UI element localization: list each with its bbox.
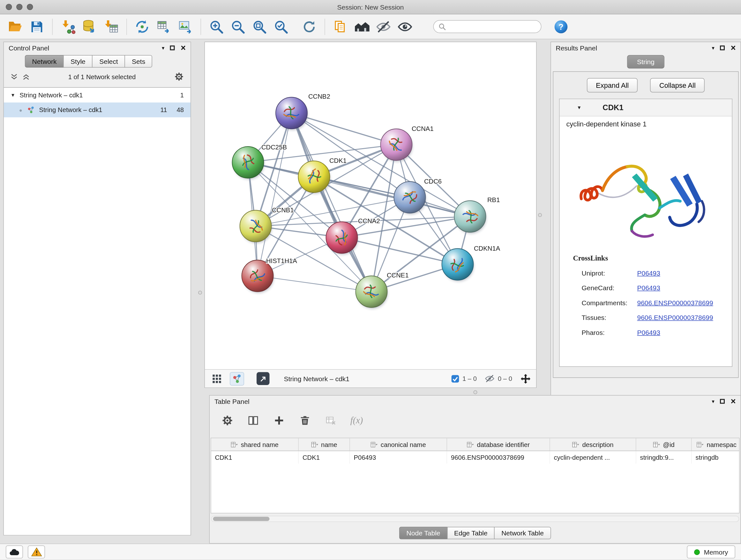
network-node-CCNB2[interactable]	[276, 98, 307, 129]
search-field[interactable]	[433, 20, 542, 33]
collapse-all-icon[interactable]	[10, 73, 18, 80]
table-cell[interactable]: stringdb:9...	[636, 451, 692, 463]
gene-section-header[interactable]: ▼ CDK1	[560, 99, 732, 117]
zoom-out-button[interactable]	[228, 17, 248, 37]
cloud-button[interactable]	[6, 546, 23, 559]
tab-sets[interactable]: Sets	[125, 55, 152, 68]
column-header--id[interactable]: @id	[636, 438, 692, 451]
eye-slash-icon[interactable]	[484, 374, 495, 383]
panel-menu-icon[interactable]: ▾	[162, 45, 164, 51]
delete-table-button[interactable]	[324, 414, 338, 428]
save-session-button[interactable]	[27, 17, 47, 37]
network-node-CDKN1A[interactable]	[442, 249, 474, 280]
tab-network[interactable]: Network	[25, 55, 64, 68]
warnings-button[interactable]	[28, 546, 45, 559]
home-view-button[interactable]	[352, 17, 372, 37]
network-node-CCNB1[interactable]	[240, 210, 272, 242]
collapse-all-button[interactable]: Collapse All	[650, 78, 705, 92]
zoom-window-icon[interactable]	[27, 4, 33, 10]
network-edge-HIST1H1A-CCNE1[interactable]	[258, 276, 372, 292]
table-cell[interactable]: CDK1	[211, 451, 299, 463]
network-node-CCNA2[interactable]	[326, 222, 358, 253]
grid-view-button[interactable]	[210, 372, 224, 385]
splitter-handle[interactable]	[198, 291, 202, 295]
tab-node-table[interactable]: Node Table	[399, 527, 448, 539]
close-panel-icon[interactable]: ×	[181, 45, 186, 51]
function-builder-button[interactable]: f(x)	[349, 414, 364, 428]
column-header-database-identifier[interactable]: database identifier	[447, 438, 550, 451]
network-edge-CCNB2-CCNE1[interactable]	[292, 113, 372, 292]
column-header-description[interactable]: description	[550, 438, 636, 451]
column-header-namespac[interactable]: namespac	[692, 438, 740, 451]
table-cell[interactable]: CDK1	[299, 451, 350, 463]
scrollbar-thumb[interactable]	[213, 517, 270, 521]
refresh-view-button[interactable]	[300, 17, 319, 37]
export-image-button[interactable]	[176, 17, 195, 37]
panel-menu-icon[interactable]: ▾	[712, 45, 714, 51]
table-settings-button[interactable]	[220, 414, 234, 428]
export-table-button[interactable]	[154, 17, 173, 37]
float-panel-icon[interactable]	[170, 46, 175, 51]
expand-all-button[interactable]: Expand All	[587, 78, 638, 92]
network-edge-CCNB2-CCNA1[interactable]	[292, 113, 397, 145]
crosslink-value-link[interactable]: P06493	[637, 328, 660, 336]
tree-expand-icon[interactable]: ▼	[10, 92, 15, 98]
help-button[interactable]: ?	[551, 17, 570, 37]
table-cell[interactable]: P06493	[350, 451, 448, 463]
tab-network-table[interactable]: Network Table	[494, 527, 551, 539]
checkbox-icon[interactable]	[451, 374, 460, 383]
table-row[interactable]: CDK1CDK1P064939606.ENSP00000378699cyclin…	[211, 451, 739, 463]
memory-button[interactable]: Memory	[687, 546, 735, 559]
network-node-CCNA1[interactable]	[381, 129, 412, 161]
network-node-RB1[interactable]	[455, 201, 486, 233]
network-node-CCNE1[interactable]	[356, 276, 387, 307]
export-network-button[interactable]	[133, 17, 152, 37]
network-node-CDC6[interactable]	[394, 182, 426, 213]
crosslink-value-link[interactable]: P06493	[637, 284, 660, 292]
network-canvas[interactable]: CCNB2CCNA1CDC25BCDK1CDC6RB1CCNB1CCNA2CDK…	[205, 42, 536, 370]
minimize-window-icon[interactable]	[16, 4, 23, 10]
crosslink-value-link[interactable]: 9606.ENSP00000378699	[637, 314, 713, 321]
section-collapse-icon[interactable]: ▼	[577, 105, 582, 111]
birdseye-view-button[interactable]	[230, 372, 244, 385]
network-edge-CCNB2-HIST1H1A[interactable]	[258, 113, 292, 276]
pan-move-icon[interactable]	[520, 373, 531, 384]
network-node-HIST1H1A[interactable]	[242, 260, 273, 292]
hide-selected-button[interactable]	[374, 17, 393, 37]
add-column-button[interactable]	[272, 414, 286, 428]
panel-menu-icon[interactable]: ▾	[712, 398, 714, 405]
table-cell[interactable]: cyclin-dependent ...	[550, 451, 636, 463]
network-edge-CCNA2-CDKN1A[interactable]	[342, 238, 458, 264]
tab-select[interactable]: Select	[92, 55, 125, 68]
column-header-canonical-name[interactable]: canonical name	[350, 438, 448, 451]
close-panel-icon[interactable]: ×	[731, 398, 736, 405]
network-collection-row[interactable]: ▼ String Network – cdk1 1	[4, 88, 191, 103]
tab-edge-table[interactable]: Edge Table	[447, 527, 495, 539]
open-session-button[interactable]	[6, 17, 25, 37]
splitter-handle[interactable]	[474, 390, 477, 394]
float-panel-icon[interactable]	[720, 399, 725, 404]
show-columns-button[interactable]	[246, 414, 260, 428]
network-row[interactable]: ● String Network – cdk1 11 48	[4, 103, 191, 118]
network-node-CDK1[interactable]	[298, 161, 330, 192]
import-network-file-button[interactable]	[58, 17, 77, 37]
zoom-in-button[interactable]	[207, 17, 226, 37]
table-cell[interactable]: 9606.ENSP00000378699	[447, 451, 550, 463]
column-header-name[interactable]: name	[299, 438, 350, 451]
zoom-selected-button[interactable]	[272, 17, 291, 37]
tab-style[interactable]: Style	[64, 55, 93, 68]
network-node-CDC25B[interactable]	[232, 146, 264, 178]
import-network-database-button[interactable]	[80, 17, 99, 37]
export-view-button[interactable]	[257, 372, 270, 385]
copy-document-button[interactable]	[331, 17, 350, 37]
show-selected-button[interactable]	[395, 17, 414, 37]
gear-icon[interactable]	[174, 72, 184, 81]
close-window-icon[interactable]	[6, 4, 12, 10]
float-panel-icon[interactable]	[720, 46, 725, 51]
expand-all-icon[interactable]	[23, 73, 30, 80]
splitter-handle[interactable]	[538, 213, 542, 217]
horizontal-scrollbar[interactable]	[211, 516, 739, 522]
crosslink-value-link[interactable]: 9606.ENSP00000378699	[637, 299, 713, 306]
crosslink-value-link[interactable]: P06493	[637, 269, 660, 276]
import-table-file-button[interactable]	[102, 17, 121, 37]
